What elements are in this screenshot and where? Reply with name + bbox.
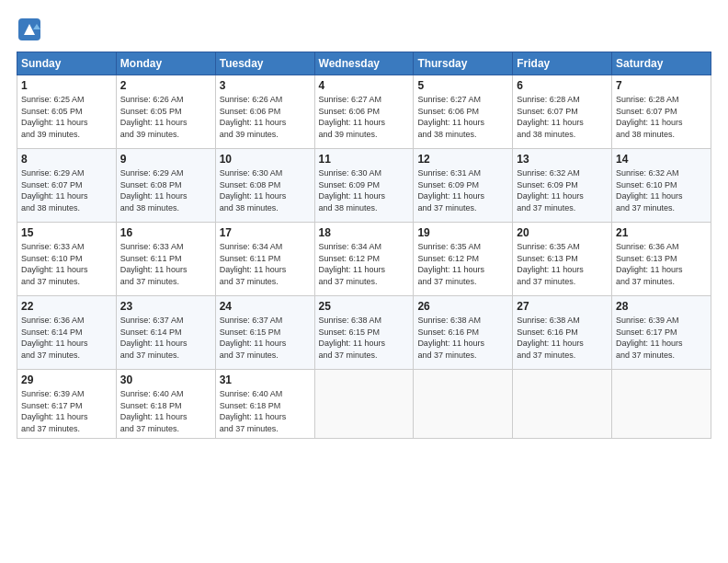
day-number: 22	[21, 300, 112, 313]
day-info: Sunrise: 6:31 AM Sunset: 6:09 PM Dayligh…	[417, 167, 508, 213]
calendar-cell: 12Sunrise: 6:31 AM Sunset: 6:09 PM Dayli…	[414, 149, 513, 223]
day-info: Sunrise: 6:27 AM Sunset: 6:06 PM Dayligh…	[417, 94, 508, 140]
day-number: 13	[517, 153, 608, 166]
calendar-cell: 28Sunrise: 6:39 AM Sunset: 6:17 PM Dayli…	[612, 296, 711, 370]
calendar-table: SundayMondayTuesdayWednesdayThursdayFrid…	[17, 52, 711, 439]
day-number: 27	[517, 300, 608, 313]
calendar-cell: 31Sunrise: 6:40 AM Sunset: 6:18 PM Dayli…	[215, 370, 314, 439]
day-info: Sunrise: 6:32 AM Sunset: 6:10 PM Dayligh…	[616, 167, 707, 213]
day-info: Sunrise: 6:26 AM Sunset: 6:06 PM Dayligh…	[220, 94, 311, 140]
day-info: Sunrise: 6:28 AM Sunset: 6:07 PM Dayligh…	[517, 94, 608, 140]
calendar-cell: 16Sunrise: 6:33 AM Sunset: 6:11 PM Dayli…	[116, 223, 215, 296]
calendar-cell: 13Sunrise: 6:32 AM Sunset: 6:09 PM Dayli…	[513, 149, 612, 223]
calendar-cell: 10Sunrise: 6:30 AM Sunset: 6:08 PM Dayli…	[215, 149, 314, 223]
page-header	[17, 17, 711, 42]
day-number: 8	[21, 153, 112, 166]
day-info: Sunrise: 6:35 AM Sunset: 6:13 PM Dayligh…	[517, 241, 608, 287]
day-number: 30	[120, 373, 211, 386]
calendar-cell: 30Sunrise: 6:40 AM Sunset: 6:18 PM Dayli…	[116, 370, 215, 439]
day-info: Sunrise: 6:27 AM Sunset: 6:06 PM Dayligh…	[319, 94, 410, 140]
day-info: Sunrise: 6:33 AM Sunset: 6:11 PM Dayligh…	[120, 241, 211, 287]
day-info: Sunrise: 6:29 AM Sunset: 6:07 PM Dayligh…	[21, 167, 112, 213]
calendar-cell: 24Sunrise: 6:37 AM Sunset: 6:15 PM Dayli…	[215, 296, 314, 370]
day-number: 20	[517, 226, 608, 239]
day-info: Sunrise: 6:34 AM Sunset: 6:11 PM Dayligh…	[220, 241, 311, 287]
day-number: 28	[616, 300, 707, 313]
calendar-cell: 15Sunrise: 6:33 AM Sunset: 6:10 PM Dayli…	[17, 223, 117, 296]
day-info: Sunrise: 6:30 AM Sunset: 6:09 PM Dayligh…	[319, 167, 410, 213]
day-info: Sunrise: 6:39 AM Sunset: 6:17 PM Dayligh…	[21, 388, 112, 434]
day-number: 26	[417, 300, 508, 313]
calendar-cell: 4Sunrise: 6:27 AM Sunset: 6:06 PM Daylig…	[314, 75, 414, 149]
calendar-cell: 17Sunrise: 6:34 AM Sunset: 6:11 PM Dayli…	[215, 223, 314, 296]
day-number: 25	[319, 300, 410, 313]
calendar-cell: 29Sunrise: 6:39 AM Sunset: 6:17 PM Dayli…	[17, 370, 117, 439]
day-number: 2	[120, 79, 211, 92]
calendar-cell: 8Sunrise: 6:29 AM Sunset: 6:07 PM Daylig…	[17, 149, 117, 223]
day-info: Sunrise: 6:32 AM Sunset: 6:09 PM Dayligh…	[517, 167, 608, 213]
calendar-cell: 1Sunrise: 6:25 AM Sunset: 6:05 PM Daylig…	[17, 75, 117, 149]
calendar-cell: 22Sunrise: 6:36 AM Sunset: 6:14 PM Dayli…	[17, 296, 117, 370]
day-header: Thursday	[414, 52, 513, 75]
day-header: Friday	[513, 52, 612, 75]
day-number: 4	[319, 79, 410, 92]
day-number: 16	[120, 226, 211, 239]
calendar-cell: 7Sunrise: 6:28 AM Sunset: 6:07 PM Daylig…	[612, 75, 711, 149]
day-number: 14	[616, 153, 707, 166]
day-info: Sunrise: 6:25 AM Sunset: 6:05 PM Dayligh…	[21, 94, 112, 140]
calendar-cell: 19Sunrise: 6:35 AM Sunset: 6:12 PM Dayli…	[414, 223, 513, 296]
day-info: Sunrise: 6:39 AM Sunset: 6:17 PM Dayligh…	[616, 315, 707, 361]
calendar-cell: 2Sunrise: 6:26 AM Sunset: 6:05 PM Daylig…	[116, 75, 215, 149]
day-info: Sunrise: 6:33 AM Sunset: 6:10 PM Dayligh…	[21, 241, 112, 287]
day-info: Sunrise: 6:40 AM Sunset: 6:18 PM Dayligh…	[220, 388, 311, 434]
day-number: 23	[120, 300, 211, 313]
calendar-cell: 26Sunrise: 6:38 AM Sunset: 6:16 PM Dayli…	[414, 296, 513, 370]
day-info: Sunrise: 6:28 AM Sunset: 6:07 PM Dayligh…	[616, 94, 707, 140]
day-header: Tuesday	[215, 52, 314, 75]
day-number: 31	[220, 373, 311, 386]
day-info: Sunrise: 6:40 AM Sunset: 6:18 PM Dayligh…	[120, 388, 211, 434]
calendar-cell: 9Sunrise: 6:29 AM Sunset: 6:08 PM Daylig…	[116, 149, 215, 223]
day-header: Saturday	[612, 52, 711, 75]
logo	[17, 17, 46, 42]
day-info: Sunrise: 6:34 AM Sunset: 6:12 PM Dayligh…	[319, 241, 410, 287]
calendar-cell: 20Sunrise: 6:35 AM Sunset: 6:13 PM Dayli…	[513, 223, 612, 296]
calendar-cell	[414, 370, 513, 439]
day-number: 19	[417, 226, 508, 239]
day-number: 21	[616, 226, 707, 239]
calendar-cell: 11Sunrise: 6:30 AM Sunset: 6:09 PM Dayli…	[314, 149, 414, 223]
calendar-cell	[513, 370, 612, 439]
day-header: Wednesday	[314, 52, 414, 75]
day-info: Sunrise: 6:36 AM Sunset: 6:13 PM Dayligh…	[616, 241, 707, 287]
calendar-cell: 23Sunrise: 6:37 AM Sunset: 6:14 PM Dayli…	[116, 296, 215, 370]
day-info: Sunrise: 6:26 AM Sunset: 6:05 PM Dayligh…	[120, 94, 211, 140]
day-info: Sunrise: 6:29 AM Sunset: 6:08 PM Dayligh…	[120, 167, 211, 213]
day-number: 12	[417, 153, 508, 166]
calendar-cell: 27Sunrise: 6:38 AM Sunset: 6:16 PM Dayli…	[513, 296, 612, 370]
calendar-cell: 6Sunrise: 6:28 AM Sunset: 6:07 PM Daylig…	[513, 75, 612, 149]
calendar-cell: 21Sunrise: 6:36 AM Sunset: 6:13 PM Dayli…	[612, 223, 711, 296]
calendar-cell	[612, 370, 711, 439]
day-number: 7	[616, 79, 707, 92]
calendar-cell: 18Sunrise: 6:34 AM Sunset: 6:12 PM Dayli…	[314, 223, 414, 296]
calendar-cell: 5Sunrise: 6:27 AM Sunset: 6:06 PM Daylig…	[414, 75, 513, 149]
day-number: 10	[220, 153, 311, 166]
day-number: 5	[417, 79, 508, 92]
day-number: 3	[220, 79, 311, 92]
calendar-cell	[314, 370, 414, 439]
calendar-cell: 14Sunrise: 6:32 AM Sunset: 6:10 PM Dayli…	[612, 149, 711, 223]
day-number: 6	[517, 79, 608, 92]
day-number: 17	[220, 226, 311, 239]
day-header: Sunday	[17, 52, 117, 75]
day-info: Sunrise: 6:38 AM Sunset: 6:16 PM Dayligh…	[417, 315, 508, 361]
day-number: 24	[220, 300, 311, 313]
day-number: 9	[120, 153, 211, 166]
calendar-cell: 3Sunrise: 6:26 AM Sunset: 6:06 PM Daylig…	[215, 75, 314, 149]
logo-icon	[17, 17, 42, 42]
day-info: Sunrise: 6:35 AM Sunset: 6:12 PM Dayligh…	[417, 241, 508, 287]
day-info: Sunrise: 6:36 AM Sunset: 6:14 PM Dayligh…	[21, 315, 112, 361]
day-info: Sunrise: 6:38 AM Sunset: 6:15 PM Dayligh…	[319, 315, 410, 361]
day-header: Monday	[116, 52, 215, 75]
day-info: Sunrise: 6:37 AM Sunset: 6:14 PM Dayligh…	[120, 315, 211, 361]
day-number: 11	[319, 153, 410, 166]
